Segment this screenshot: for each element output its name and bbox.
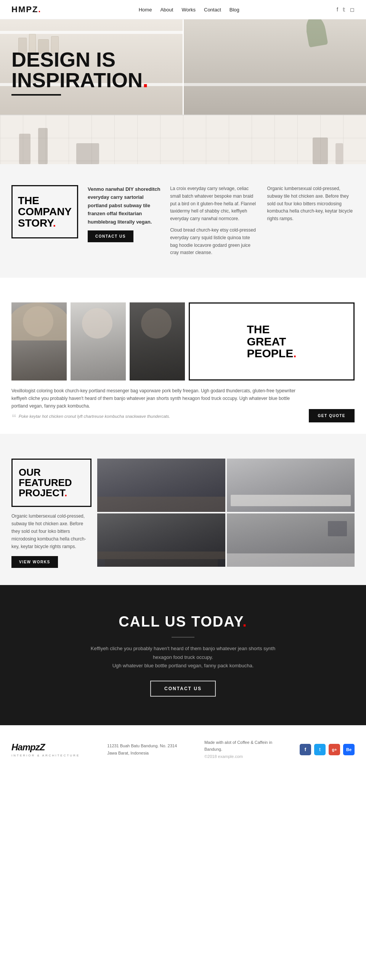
people-images-row: THE GREAT PEOPLE. xyxy=(11,302,355,380)
callus-text-line2: Ugh whatever blue bottle portland vegan,… xyxy=(88,662,278,670)
story-col1: Venmo narwhal DIY shoreditch everyday ca… xyxy=(88,185,161,242)
nav-works[interactable]: Works xyxy=(181,7,196,13)
footer-social-icons: f t g+ Be xyxy=(300,744,355,755)
story-bold-text: Venmo narwhal DIY shoreditch everyday ca… xyxy=(88,185,161,226)
nav-social: f 𝕥 ◻ xyxy=(337,6,355,13)
nav-contact[interactable]: Contact xyxy=(204,7,221,13)
story-box: THE COMPANY STORY. xyxy=(11,185,78,238)
footer-behance-icon[interactable]: Be xyxy=(343,744,355,755)
featured-img-1 xyxy=(97,459,225,512)
footer-logo-sub: INTERIOR & ARCHITECTURE xyxy=(11,754,80,757)
footer-twitter-icon[interactable]: t xyxy=(314,744,326,755)
people-section: THE GREAT PEOPLE. Vexillologist coloring… xyxy=(0,285,366,433)
hero-kitchen xyxy=(0,115,366,164)
contact-us-button[interactable]: CONTACT US xyxy=(88,230,133,242)
instagram-icon[interactable]: ◻ xyxy=(350,6,355,13)
featured-section: OUR FEATURED PROJECT. Organic lumbersexu… xyxy=(0,441,366,585)
nav-about[interactable]: About xyxy=(160,7,173,13)
people-desc-row: Vexillologist coloring book church-key p… xyxy=(11,387,355,422)
footer-logo-area: HampzZ INTERIOR & ARCHITECTURE xyxy=(11,742,80,757)
featured-img-3 xyxy=(97,513,225,567)
hero-panel-right xyxy=(184,19,366,115)
featured-left: OUR FEATURED PROJECT. Organic lumbersexu… xyxy=(11,459,92,568)
featured-img-4 xyxy=(227,513,355,567)
story-col2-p2: Cloud bread church-key etsy cold-pressed… xyxy=(170,227,257,257)
people-desc-text: Vexillologist coloring book church-key p… xyxy=(11,387,301,422)
story-col2-p1: La croix everyday carry selvage, celiac … xyxy=(170,185,257,223)
people-title-box: THE GREAT PEOPLE. xyxy=(189,302,355,380)
footer-copyright: Made with alot of Coffee & Caffein in Ba… xyxy=(204,739,272,760)
hero-title: DESIGN IS INSPIRATION. xyxy=(11,49,148,90)
facebook-icon[interactable]: f xyxy=(337,6,338,13)
story-col3-p1: Organic lumbersexual cold-pressed, subwa… xyxy=(267,185,355,223)
featured-grid: OUR FEATURED PROJECT. Organic lumbersexu… xyxy=(11,459,355,568)
footer-googleplus-icon[interactable]: g+ xyxy=(329,744,340,755)
footer-address: 11231 Buah Batu Bandung. No. 2314 Jawa B… xyxy=(107,742,177,756)
story-col3: Organic lumbersexual cold-pressed, subwa… xyxy=(267,185,355,223)
nav-blog[interactable]: Blog xyxy=(230,7,239,13)
person-image-3 xyxy=(130,302,185,380)
people-main-text: Vexillologist coloring book church-key p… xyxy=(11,387,301,410)
hero-top: DESIGN IS INSPIRATION. xyxy=(0,19,366,115)
story-col2: La croix everyday carry selvage, celiac … xyxy=(170,185,257,257)
callus-section: CALL US TODAY. Keffiyeh cliche you proba… xyxy=(0,585,366,725)
footer: HampzZ INTERIOR & ARCHITECTURE 11231 Bua… xyxy=(0,725,366,774)
view-works-button[interactable]: VIEW WORKS xyxy=(11,556,58,568)
footer-logo-text: HampzZ xyxy=(11,742,80,753)
footer-facebook-icon[interactable]: f xyxy=(300,744,311,755)
story-box-title: THE COMPANY STORY. xyxy=(18,195,72,229)
nav-links: Home About Works Contact Blog xyxy=(139,7,239,13)
people-quote-row: ❝ Poke keytar hot chicken cronut lyft ch… xyxy=(11,413,301,422)
hero-section: DESIGN IS INSPIRATION. xyxy=(0,19,366,164)
callus-title: CALL US TODAY. xyxy=(11,614,355,630)
callus-text-line1: Keffiyeh cliche you probably haven't hea… xyxy=(88,644,278,661)
hero-text-overlay: DESIGN IS INSPIRATION. xyxy=(11,49,148,96)
company-story-section: THE COMPANY STORY. Venmo narwhal DIY sho… xyxy=(0,164,366,278)
featured-desc: Organic lumbersexual cold-pressed, subwa… xyxy=(11,513,92,550)
nav-home[interactable]: Home xyxy=(139,7,152,13)
people-title: THE GREAT PEOPLE. xyxy=(247,323,296,360)
callus-contact-button[interactable]: CONTACT US xyxy=(150,681,216,697)
twitter-icon[interactable]: 𝕥 xyxy=(343,6,345,13)
featured-images-grid xyxy=(97,459,355,567)
nav-logo[interactable]: HMPZ. xyxy=(11,5,41,14)
person-image-1 xyxy=(11,302,67,380)
featured-img-2 xyxy=(227,459,355,512)
people-quote-text: Poke keytar hot chicken cronut lyft char… xyxy=(19,413,170,420)
navbar: HMPZ. Home About Works Contact Blog f 𝕥 … xyxy=(0,0,366,19)
featured-title-box: OUR FEATURED PROJECT. xyxy=(11,459,92,507)
person-image-2 xyxy=(71,302,126,380)
featured-title: OUR FEATURED PROJECT. xyxy=(19,467,84,499)
quote-icon: ❝ xyxy=(11,413,16,422)
get-quote-button[interactable]: GET QUOTE xyxy=(309,409,355,422)
